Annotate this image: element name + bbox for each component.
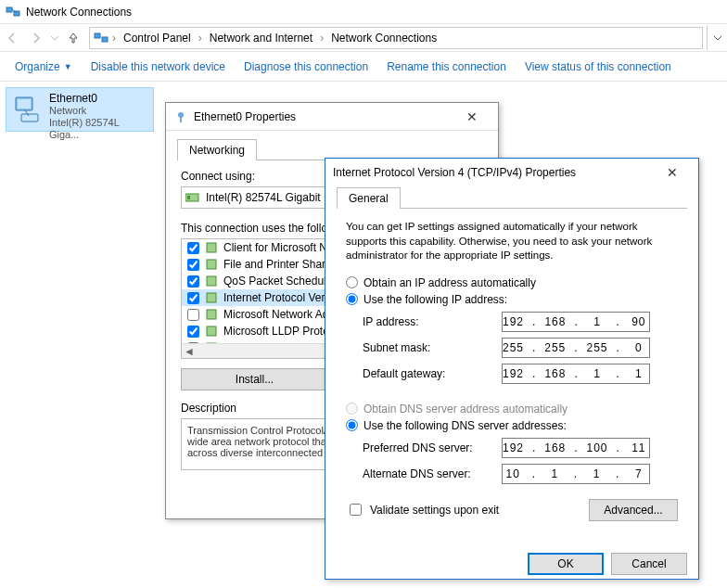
svg-rect-10 <box>180 117 182 122</box>
tab-general[interactable]: General <box>337 187 401 209</box>
ethernet-adapter-icon <box>12 94 44 125</box>
protocol-icon <box>205 291 218 304</box>
alternate-dns-label: Alternate DNS server: <box>363 467 502 480</box>
breadcrumb-network-internet[interactable]: Network and Internet <box>206 32 316 45</box>
dialog-titlebar[interactable]: Internet Protocol Version 4 (TCP/IPv4) P… <box>325 159 698 186</box>
radio-auto-dns-input <box>346 403 358 415</box>
svg-rect-14 <box>207 260 216 269</box>
validate-label: Validate settings upon exit <box>370 504 499 517</box>
explorer-titlebar: Network Connections <box>0 0 727 24</box>
radio-auto-dns: Obtain DNS server address automatically <box>346 403 678 415</box>
protocol-label: Microsoft Network Adap <box>223 308 341 321</box>
default-gateway-input[interactable]: 192.168.1.1 <box>502 364 650 384</box>
radio-auto-ip-label: Obtain an IP address automatically <box>364 276 536 289</box>
protocol-checkbox[interactable] <box>187 275 199 288</box>
subnet-mask-input[interactable]: 255.255.255.0 <box>502 338 650 358</box>
svg-rect-7 <box>21 114 38 121</box>
up-button[interactable] <box>61 26 85 50</box>
radio-manual-ip[interactable]: Use the following IP address: <box>346 293 678 306</box>
svg-rect-12 <box>187 196 190 199</box>
chevron-right-icon[interactable]: › <box>318 32 325 45</box>
disable-device-button[interactable]: Disable this network device <box>91 60 225 73</box>
protocol-icon <box>205 308 218 321</box>
forward-button[interactable] <box>24 26 48 50</box>
preferred-dns-label: Preferred DNS server: <box>363 441 502 454</box>
protocol-label: QoS Packet Scheduler <box>223 275 336 288</box>
folder-icon <box>94 31 108 45</box>
svg-rect-18 <box>207 326 216 336</box>
protocol-icon <box>205 258 218 271</box>
radio-auto-dns-label: Obtain DNS server address automatically <box>364 403 568 415</box>
chevron-right-icon[interactable]: › <box>110 32 118 45</box>
protocol-checkbox[interactable] <box>187 242 199 254</box>
rename-button[interactable]: Rename this connection <box>387 60 506 73</box>
address-bar: › Control Panel › Network and Internet ›… <box>0 24 727 52</box>
nav-history-dropdown[interactable] <box>48 26 61 50</box>
validate-checkbox-row[interactable]: Validate settings upon exit <box>346 501 499 518</box>
default-gateway-label: Default gateway: <box>363 367 502 380</box>
tab-networking[interactable]: Networking <box>177 139 257 160</box>
protocol-label: Microsoft LLDP Protoco <box>223 325 341 338</box>
network-connections-icon <box>6 5 20 19</box>
address-dropdown[interactable] <box>707 26 727 50</box>
command-bar: Organize ▼ Disable this network device D… <box>0 52 727 82</box>
radio-manual-dns[interactable]: Use the following DNS server addresses: <box>346 419 678 432</box>
protocol-icon <box>205 275 218 288</box>
radio-manual-ip-input[interactable] <box>346 293 358 305</box>
alternate-dns-input[interactable]: 10.1.1.7 <box>502 464 650 484</box>
ip-address-label: IP address: <box>363 315 502 328</box>
protocol-icon <box>205 325 218 338</box>
svg-rect-15 <box>207 276 216 286</box>
breadcrumb-box[interactable]: › Control Panel › Network and Internet ›… <box>89 27 703 49</box>
cancel-button[interactable]: Cancel <box>611 553 687 575</box>
breadcrumb-network-connections[interactable]: Network Connections <box>327 32 440 45</box>
radio-manual-dns-input[interactable] <box>346 419 358 431</box>
svg-rect-0 <box>6 7 12 12</box>
organize-menu[interactable]: Organize ▼ <box>15 60 72 73</box>
svg-rect-6 <box>18 99 31 109</box>
help-text: You can get IP settings assigned automat… <box>346 220 678 263</box>
dialog-title: Ethernet0 Properties <box>194 110 296 123</box>
nic-adapter: Intel(R) 82574L Giga... <box>49 117 149 141</box>
radio-auto-ip-input[interactable] <box>346 276 358 288</box>
svg-rect-4 <box>102 37 108 42</box>
scroll-left-icon[interactable]: ◄ <box>182 344 197 359</box>
ok-button[interactable]: OK <box>528 553 604 575</box>
ipv4-properties-dialog: Internet Protocol Version 4 (TCP/IPv4) P… <box>325 158 699 580</box>
organize-label: Organize <box>15 60 60 73</box>
view-status-button[interactable]: View status of this connection <box>525 60 671 73</box>
window-title: Network Connections <box>26 6 132 19</box>
close-button[interactable]: ✕ <box>654 160 691 185</box>
radio-auto-ip[interactable]: Obtain an IP address automatically <box>346 276 678 289</box>
close-button[interactable]: ✕ <box>453 104 491 130</box>
diagnose-button[interactable]: Diagnose this connection <box>244 60 368 73</box>
protocol-checkbox[interactable] <box>187 259 199 271</box>
svg-rect-17 <box>207 310 216 319</box>
chevron-right-icon[interactable]: › <box>197 32 204 45</box>
dialog-icon <box>173 109 188 124</box>
network-adapter-item[interactable]: Ethernet0 Network Intel(R) 82574L Giga..… <box>6 87 154 132</box>
protocol-checkbox[interactable] <box>187 309 199 321</box>
validate-checkbox[interactable] <box>350 504 362 516</box>
install-button[interactable]: Install... <box>181 368 328 390</box>
dialog-button-bar: OK Cancel <box>325 543 698 584</box>
radio-manual-ip-label: Use the following IP address: <box>364 293 507 306</box>
protocol-checkbox[interactable] <box>187 292 199 304</box>
protocol-checkbox[interactable] <box>187 326 199 338</box>
subnet-mask-label: Subnet mask: <box>363 341 502 354</box>
nic-card-icon <box>185 192 200 203</box>
svg-rect-16 <box>207 293 216 302</box>
nic-network: Network <box>49 105 149 117</box>
nic-name: Ethernet0 <box>49 92 149 105</box>
dialog-titlebar[interactable]: Ethernet0 Properties ✕ <box>166 103 498 131</box>
ip-address-input[interactable]: 192.168.1.90 <box>502 312 650 332</box>
preferred-dns-input[interactable]: 192.168.100.11 <box>502 438 650 458</box>
radio-manual-dns-label: Use the following DNS server addresses: <box>364 419 567 432</box>
advanced-button[interactable]: Advanced... <box>589 499 678 521</box>
back-button[interactable] <box>0 26 24 50</box>
protocol-icon <box>205 241 218 254</box>
adapter-name: Intel(R) 82574L Gigabit Ne <box>206 191 338 204</box>
breadcrumb-control-panel[interactable]: Control Panel <box>120 32 195 45</box>
svg-rect-3 <box>95 33 100 38</box>
dropdown-caret-icon: ▼ <box>64 62 72 71</box>
